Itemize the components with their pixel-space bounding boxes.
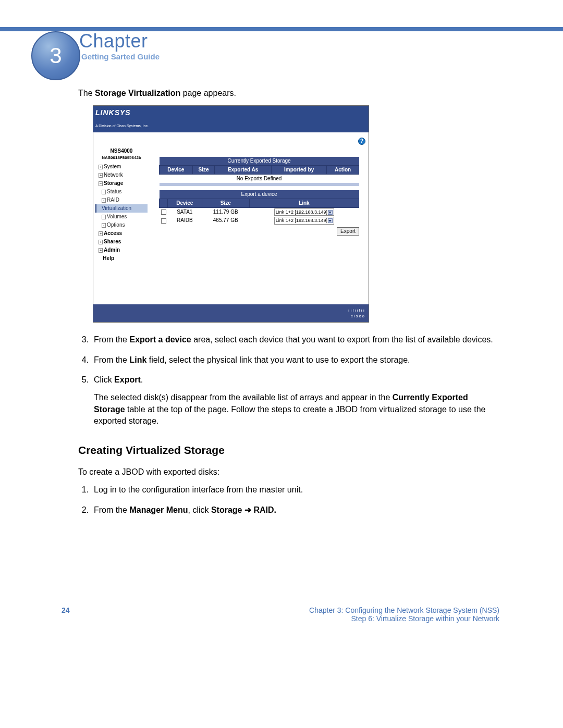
- step-3-num: 3.: [78, 334, 94, 346]
- step-b2-num: 2.: [78, 504, 94, 516]
- row1-size: 111.79 GB: [202, 207, 249, 216]
- intro-line: The Storage Virtualization page appears.: [78, 88, 495, 99]
- nav-status-label: Status: [107, 189, 121, 194]
- heading-creating-virtualized-storage: Creating Virtualized Storage: [78, 442, 495, 458]
- b2-bold3: RAID.: [253, 505, 276, 514]
- col-exported-as: Exported As: [215, 165, 272, 174]
- step-3: 3. From the Export a device area, select…: [78, 334, 495, 346]
- nav-options[interactable]: ·Options: [95, 221, 148, 229]
- nav-shares[interactable]: +Shares: [95, 238, 148, 246]
- s5-p2-post: table at the top of the page. Follow the…: [94, 405, 486, 425]
- step-b1-num: 1.: [78, 484, 94, 496]
- nav-volumes-label: Volumes: [107, 214, 127, 219]
- row2-link-select[interactable]: Link 1+2 [192.168.3.149]: [274, 217, 334, 225]
- screenshot-brandbar: LINKSYS A Division of Cisco Systems, Inc…: [93, 106, 369, 132]
- page-number: 24: [62, 606, 70, 614]
- row2-device: RAIDB: [168, 216, 202, 225]
- export-title: Export a device: [160, 190, 359, 199]
- nav-raid-label: RAID: [107, 197, 119, 203]
- footer-line2: Step 6: Virtualize Storage within your N…: [62, 614, 499, 623]
- s5-post: .: [141, 375, 143, 384]
- page-footer: 24 Chapter 3: Configuring the Network St…: [62, 606, 499, 623]
- nav-system[interactable]: +System: [95, 163, 148, 171]
- screenshot-panel: LINKSYS A Division of Cisco Systems, Inc…: [93, 105, 369, 323]
- help-icon[interactable]: ?: [358, 138, 365, 145]
- step-b2-body: From the Manager Menu, click Storage ➜ R…: [94, 504, 495, 516]
- step-4: 4. From the Link field, select the physi…: [78, 354, 495, 366]
- arrow-icon: ➜: [242, 505, 254, 514]
- checkbox-row1[interactable]: [161, 209, 166, 215]
- s5-bold: Export: [114, 375, 141, 384]
- col-imported-by: Imported by: [271, 165, 326, 174]
- step-b1: 1. Log in to the configuration interface…: [78, 484, 495, 496]
- device-mac: NAS0018F8095642b: [95, 155, 148, 161]
- step-5: 5. Click Export. The selected disk(s) di…: [78, 374, 495, 434]
- cisco-text: cisco: [351, 314, 365, 318]
- row1-device: SATA1: [168, 207, 202, 216]
- nav-network[interactable]: +Network: [95, 171, 148, 179]
- exported-table: Currently Exported Storage Device Size E…: [159, 157, 359, 186]
- step-b1-body: Log in to the configuration interface fr…: [94, 484, 495, 496]
- nav-storage[interactable]: −Storage: [95, 179, 148, 188]
- step-b2: 2. From the Manager Menu, click Storage …: [78, 504, 495, 516]
- s4-bold: Link: [129, 355, 146, 364]
- b2-bold1: Manager Menu: [129, 505, 188, 514]
- intro-post: page appears.: [180, 89, 236, 97]
- step-3-body: From the Export a device area, select ea…: [94, 334, 495, 346]
- export-button[interactable]: Export: [337, 227, 359, 236]
- nav-options-label: Options: [107, 222, 125, 228]
- b2-mid: , click: [188, 505, 211, 514]
- nav-storage-label: Storage: [104, 180, 123, 186]
- nav-admin-label: Admin: [104, 247, 120, 253]
- help-row: ?: [93, 132, 369, 146]
- nav-tree: NSS4000 NAS0018F8095642b +System +Networ…: [93, 146, 150, 304]
- b2-pre: From the: [94, 505, 129, 514]
- linksys-logo: LINKSYS: [95, 108, 131, 117]
- nav-network-label: Network: [104, 172, 123, 178]
- footer-line1: Chapter 3: Configuring the Network Stora…: [62, 606, 499, 614]
- col-action: Action: [327, 165, 359, 174]
- s5-p2-pre: The selected disk(s) disappear from the …: [94, 393, 393, 402]
- nav-help[interactable]: Help: [95, 254, 148, 263]
- nav-status[interactable]: ·Status: [95, 188, 148, 196]
- step-4-num: 4.: [78, 354, 94, 366]
- row1-link-select[interactable]: Link 1+2 [192.168.3.149]: [274, 208, 334, 216]
- chapter-word: Chapter: [79, 30, 148, 52]
- nav-access[interactable]: +Access: [95, 229, 148, 238]
- ecol-link: Link: [249, 199, 359, 207]
- nav-access-label: Access: [104, 230, 122, 236]
- nav-raid[interactable]: ·RAID: [95, 196, 148, 204]
- step-5-num: 5.: [78, 374, 94, 434]
- exported-empty: No Exports Defined: [160, 174, 359, 183]
- b2-bold2: Storage: [211, 505, 242, 514]
- guide-title: Getting Sarted Guide: [81, 52, 160, 61]
- export-device-table: Export a device Device Size Link SATA1 1…: [159, 190, 359, 225]
- step-5-body: Click Export. The selected disk(s) disap…: [94, 374, 495, 434]
- intro-pre: The: [78, 89, 95, 97]
- ecol-device: Device: [168, 199, 202, 207]
- col-size: Size: [192, 165, 215, 174]
- intro-jbod: To create a JBOD with exported disks:: [78, 466, 495, 478]
- page-content: The Storage Virtualization page appears.…: [78, 88, 495, 524]
- step-4-body: From the Link field, select the physical…: [94, 354, 495, 366]
- nav-admin[interactable]: +Admin: [95, 246, 148, 254]
- nav-shares-label: Shares: [104, 239, 121, 244]
- linksys-tagline: A Division of Cisco Systems, Inc.: [95, 124, 149, 128]
- nav-virtualization[interactable]: Virtualization: [95, 204, 148, 213]
- col-device: Device: [160, 165, 193, 174]
- nav-virtualization-label: Virtualization: [102, 205, 131, 211]
- screenshot-main: Currently Exported Storage Device Size E…: [150, 146, 369, 304]
- row2-size: 465.77 GB: [202, 216, 249, 225]
- s3-bold: Export a device: [129, 335, 191, 344]
- s3-pre: From the: [94, 335, 129, 344]
- s4-post: field, select the physical link that you…: [146, 355, 410, 364]
- nav-volumes[interactable]: ·Volumes: [95, 213, 148, 221]
- s3-post: area, select each device that you want t…: [191, 335, 493, 344]
- ecol-size: Size: [202, 199, 249, 207]
- intro-bold: Storage Virtualization: [95, 89, 180, 97]
- s4-pre: From the: [94, 355, 129, 364]
- device-name: NSS4000: [95, 147, 148, 155]
- checkbox-row2[interactable]: [161, 218, 166, 224]
- exported-title: Currently Exported Storage: [160, 157, 359, 166]
- nav-help-label: Help: [103, 255, 114, 261]
